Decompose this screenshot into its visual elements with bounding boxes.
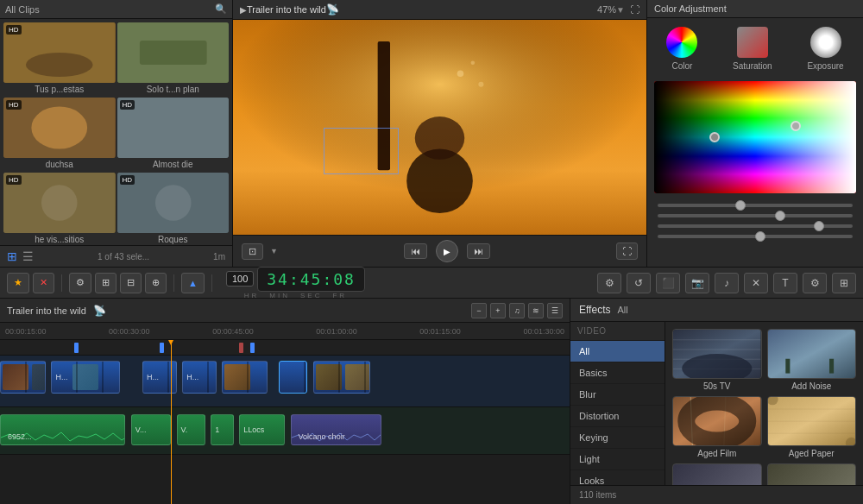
audio-clip-3[interactable]: V. bbox=[177, 414, 205, 445]
timeline-waveform-btn[interactable]: ≋ bbox=[528, 303, 544, 318]
audio-clip-1[interactable]: 6952... bbox=[0, 414, 125, 445]
svg-rect-31 bbox=[785, 359, 790, 374]
video-clip-5[interactable] bbox=[222, 361, 268, 394]
slider-track-1[interactable] bbox=[658, 204, 853, 207]
color-gradient-area[interactable] bbox=[654, 81, 856, 193]
list-view-icon[interactable]: ☰ bbox=[22, 249, 34, 263]
slider-thumb-1[interactable] bbox=[735, 200, 746, 211]
color-tool-saturation[interactable]: Saturation bbox=[733, 27, 772, 71]
effects-category-looks[interactable]: Looks bbox=[570, 470, 665, 485]
clip-item-5[interactable]: HDRoques bbox=[117, 173, 230, 245]
audio-clip-6[interactable]: Volcano choir bbox=[291, 414, 382, 445]
clip-item-3[interactable]: HDAlmost die bbox=[117, 98, 230, 171]
slider-track-2[interactable] bbox=[658, 214, 853, 217]
clip-hd-badge-4: HD bbox=[6, 175, 22, 185]
undo-button[interactable]: ↺ bbox=[627, 273, 651, 293]
clip-label-1: Solo t...n plan bbox=[117, 83, 230, 96]
grid-view-icon[interactable]: ⊞ bbox=[7, 249, 17, 263]
reject-button[interactable]: ✕ bbox=[33, 273, 54, 293]
more-button[interactable]: ⊕ bbox=[145, 273, 167, 293]
transform-button[interactable]: ⊟ bbox=[120, 273, 142, 293]
video-clip-2[interactable]: H... bbox=[51, 361, 119, 394]
effects-category-all[interactable]: All bbox=[570, 341, 665, 362]
fit-button[interactable]: ⊡ bbox=[242, 243, 263, 260]
effect-agedpaper[interactable]: Aged Paper bbox=[767, 396, 857, 458]
slider-thumb-3[interactable] bbox=[814, 221, 824, 231]
wrench-button[interactable]: ⚙ bbox=[597, 273, 621, 293]
clip-thumbnail-5: HD bbox=[117, 173, 230, 233]
clip-hd-badge-5: HD bbox=[120, 175, 135, 185]
color-panel: Color Adjustment Color Saturation Exposu… bbox=[647, 0, 863, 267]
clip-connect-button[interactable]: ⊞ bbox=[95, 273, 117, 293]
time-mark-1: 00:00:30:00 bbox=[109, 327, 150, 336]
marker-blue-2 bbox=[160, 343, 164, 353]
effect-50stv[interactable]: 50s TV bbox=[672, 329, 762, 391]
clip-item-1[interactable]: Solo t...n plan bbox=[117, 22, 230, 96]
settings-button[interactable]: ⚙ bbox=[803, 273, 827, 293]
filmstrip-5 bbox=[223, 362, 267, 393]
video-clip-7[interactable] bbox=[313, 361, 370, 394]
effects-category-blur[interactable]: Blur bbox=[570, 384, 665, 406]
music-button[interactable]: ♪ bbox=[715, 273, 739, 293]
effects-category-basics[interactable]: Basics bbox=[570, 362, 665, 384]
grid-button[interactable]: ⊞ bbox=[832, 273, 856, 293]
saturation-label: Saturation bbox=[733, 61, 772, 71]
slider-thumb-2[interactable] bbox=[775, 211, 785, 221]
audio-clip-5[interactable]: LLocs bbox=[239, 414, 285, 445]
preview-title: Trailer into the wild bbox=[247, 4, 326, 15]
timeline-more-btn[interactable]: ☰ bbox=[547, 303, 563, 318]
video-clip-6[interactable] bbox=[279, 361, 307, 394]
clip-thumbnail-4: HD bbox=[3, 173, 116, 233]
all-clips-label: All Clips bbox=[5, 4, 40, 15]
color-tool-color[interactable]: Color bbox=[666, 27, 697, 71]
video-clip-4[interactable]: H... bbox=[182, 361, 217, 394]
clip-hd-badge-2: HD bbox=[6, 100, 22, 110]
timeline-tracks: H... H... H... bbox=[0, 340, 570, 504]
effects-sidebar: VIDEO All Basics Blur Distortion Keying … bbox=[570, 322, 665, 485]
time-mark-5: 00:01:30:00 bbox=[523, 327, 564, 336]
clip-item-2[interactable]: HDduchsa bbox=[3, 98, 116, 171]
close-button[interactable]: ✕ bbox=[744, 273, 768, 293]
slider-row-1 bbox=[658, 204, 853, 207]
effects-all-btn[interactable]: All bbox=[617, 305, 627, 315]
clip-item-4[interactable]: HDhe vis...sitios bbox=[3, 173, 116, 245]
favorite-button[interactable]: ★ bbox=[7, 273, 29, 293]
effects-category-keying[interactable]: Keying bbox=[570, 427, 665, 449]
video-button[interactable]: ⬛ bbox=[656, 273, 680, 293]
color-tool-exposure[interactable]: Exposure bbox=[807, 27, 843, 71]
text-button[interactable]: T bbox=[773, 273, 797, 293]
select-tool-button[interactable]: ▲ bbox=[181, 273, 205, 293]
timeline-audio-btn[interactable]: ♫ bbox=[509, 303, 525, 318]
slider-thumb-4[interactable] bbox=[755, 231, 765, 242]
effects-category-distortion[interactable]: Distortion bbox=[570, 406, 665, 427]
video-clip-1[interactable] bbox=[0, 361, 46, 394]
photo-button[interactable]: 📷 bbox=[685, 273, 709, 293]
svg-rect-32 bbox=[829, 359, 834, 374]
effect-label-agedpaper: Aged Paper bbox=[789, 449, 835, 458]
middle-toolbar: ★ ✕ ⚙ ⊞ ⊟ ⊕ ▲ 100 34:45:08 HR MIN SEC FR… bbox=[0, 268, 863, 299]
svg-point-10 bbox=[41, 185, 78, 221]
play-button[interactable]: ▶ bbox=[436, 240, 458, 262]
timeline-zoom-in-btn[interactable]: + bbox=[490, 303, 506, 318]
slider-track-4[interactable] bbox=[658, 235, 853, 238]
fit-dropdown-icon[interactable]: ▼ bbox=[270, 247, 278, 255]
audio-clip-2[interactable]: V... bbox=[131, 414, 171, 445]
zoom-dropdown-icon[interactable]: ▼ bbox=[616, 5, 625, 15]
tools-button[interactable]: ⚙ bbox=[69, 273, 91, 293]
svg-rect-24 bbox=[673, 349, 761, 350]
effect-extra-2[interactable] bbox=[767, 463, 857, 485]
prev-frame-button[interactable]: ⏮ bbox=[404, 243, 427, 259]
next-frame-button[interactable]: ⏭ bbox=[467, 243, 490, 259]
fullscreen-icon[interactable]: ⛶ bbox=[630, 4, 639, 15]
preview-toolbar: ▶ Trailer into the wild 📡 47% ▼ ⛶ bbox=[233, 0, 646, 20]
effects-category-light[interactable]: Light bbox=[570, 449, 665, 470]
slider-track-3[interactable] bbox=[658, 224, 853, 228]
timeline-zoom-out-btn[interactable]: − bbox=[471, 303, 487, 318]
color-panel-toolbar: Color Adjustment bbox=[647, 0, 863, 18]
fullscreen-button[interactable]: ⛶ bbox=[616, 243, 638, 260]
effect-extra-1[interactable] bbox=[672, 463, 762, 485]
effect-agedfilm[interactable]: Aged Film bbox=[672, 396, 762, 458]
audio-clip-4[interactable]: 1 bbox=[211, 414, 233, 445]
clip-item-0[interactable]: HDTus p...estas bbox=[3, 22, 116, 96]
effect-addnoise[interactable]: Add Noise bbox=[767, 329, 857, 391]
